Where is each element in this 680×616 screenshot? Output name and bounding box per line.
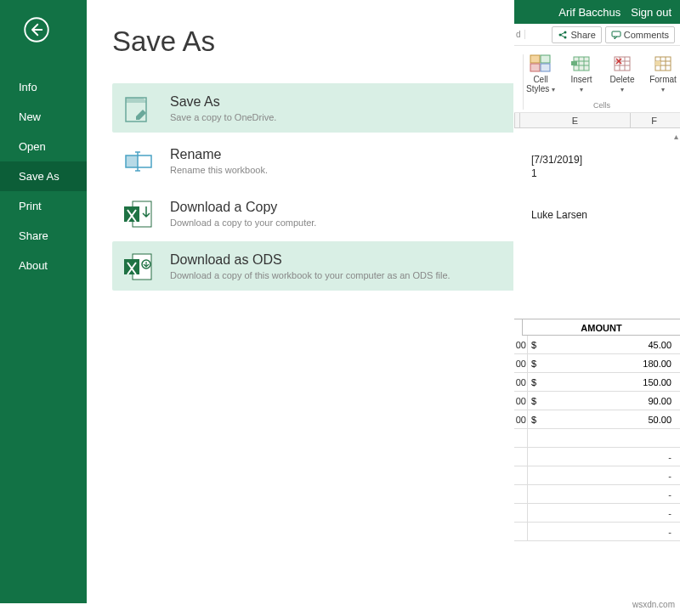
- column-headers: E F: [514, 113, 680, 128]
- sidebar: Info New Open Save As Print Share About: [0, 0, 87, 603]
- rename-icon: [121, 144, 155, 178]
- table-row[interactable]: [514, 429, 680, 448]
- table-row[interactable]: 00 $ 50.00: [514, 410, 680, 429]
- cell-name[interactable]: Luke Larsen: [531, 209, 680, 221]
- scroll-up-icon[interactable]: ▴: [674, 132, 678, 141]
- svg-rect-9: [124, 206, 139, 222]
- share-button[interactable]: Share: [552, 26, 601, 43]
- table-row[interactable]: 00 $ 180.00: [514, 354, 680, 373]
- svg-marker-2: [126, 98, 146, 103]
- option-desc: Save a copy to OneDrive.: [170, 112, 276, 122]
- sidebar-item-share[interactable]: Share: [0, 221, 87, 251]
- titlebar: Arif Bacchus Sign out: [514, 0, 680, 24]
- ribbon-group-label: Cells: [593, 101, 610, 110]
- svg-rect-4: [126, 155, 138, 167]
- option-title: Rename: [170, 147, 268, 162]
- cell-number[interactable]: 1: [531, 167, 680, 179]
- svg-rect-11: [124, 259, 139, 274]
- option-title: Download as ODS: [170, 252, 450, 268]
- svg-point-15: [564, 36, 567, 38]
- sidebar-item-open[interactable]: Open: [0, 132, 87, 161]
- sign-out[interactable]: Sign out: [631, 6, 672, 19]
- ribbon-tools: Cell Styles ▾ Insert▾ Delete▾: [514, 46, 680, 113]
- save-as-icon: [121, 91, 155, 125]
- svg-point-13: [559, 33, 562, 36]
- option-title: Save As: [170, 94, 276, 110]
- sidebar-item-save-as[interactable]: Save As: [0, 161, 87, 191]
- table-row[interactable]: 00 $ 150.00: [514, 373, 680, 392]
- insert-button[interactable]: Insert▾: [564, 54, 598, 94]
- table-row[interactable]: -: [514, 523, 680, 541]
- download-ods-icon: [121, 249, 155, 283]
- svg-rect-37: [655, 61, 660, 65]
- table-row[interactable]: -: [514, 466, 680, 485]
- svg-rect-18: [541, 55, 550, 63]
- format-button[interactable]: Format▾: [646, 54, 680, 94]
- sidebar-items: Info New Open Save As Print Share About: [0, 72, 87, 280]
- table-row[interactable]: 00 $ 90.00: [514, 392, 680, 410]
- ribbon-left-edge: d: [516, 30, 525, 39]
- comments-button[interactable]: Comments: [605, 26, 675, 43]
- right-section: Arif Bacchus Sign out d Share Comments C…: [513, 0, 680, 603]
- table-row[interactable]: 00 $ 45.00: [514, 336, 680, 354]
- sheet-body: [7/31/2019] 1 Luke Larsen: [514, 128, 680, 221]
- delete-button[interactable]: Delete▾: [605, 54, 639, 94]
- svg-rect-20: [541, 64, 550, 71]
- option-desc: Rename this workbook.: [170, 165, 268, 175]
- sidebar-item-about[interactable]: About: [0, 251, 87, 280]
- table-row[interactable]: -: [514, 504, 680, 523]
- svg-point-14: [564, 31, 567, 33]
- option-title: Download a Copy: [170, 200, 316, 215]
- column-header-e[interactable]: E: [519, 113, 630, 127]
- sidebar-item-info[interactable]: Info: [0, 72, 87, 102]
- cell-date[interactable]: [7/31/2019]: [531, 154, 680, 166]
- watermark: wsxdn.com: [632, 600, 675, 609]
- column-header-f[interactable]: F: [630, 113, 677, 127]
- user-name[interactable]: Arif Bacchus: [558, 6, 620, 19]
- svg-rect-16: [612, 31, 620, 37]
- table-row[interactable]: -: [514, 448, 680, 466]
- option-desc: Download a copy to your computer.: [170, 218, 316, 228]
- svg-rect-19: [530, 64, 540, 71]
- option-desc: Download a copy of this workbook to your…: [170, 270, 450, 280]
- sidebar-item-new[interactable]: New: [0, 102, 87, 132]
- back-arrow-icon[interactable]: [24, 17, 49, 42]
- spreadsheet-strip: E F ▴ [7/31/2019] 1 Luke Larsen AMOUNT 0…: [514, 113, 680, 589]
- download-copy-icon: [121, 196, 155, 230]
- table-row[interactable]: -: [514, 485, 680, 504]
- ribbon-quick-actions: d Share Comments: [514, 24, 680, 46]
- svg-rect-17: [530, 55, 540, 63]
- sidebar-item-print[interactable]: Print: [0, 191, 87, 221]
- cell-styles-button[interactable]: Cell Styles ▾: [524, 54, 558, 94]
- amount-table: AMOUNT 00 $ 45.00 00 $ 180.00 00 $ 150.0…: [514, 319, 680, 541]
- amount-header: AMOUNT: [523, 319, 680, 336]
- svg-rect-26: [571, 61, 577, 65]
